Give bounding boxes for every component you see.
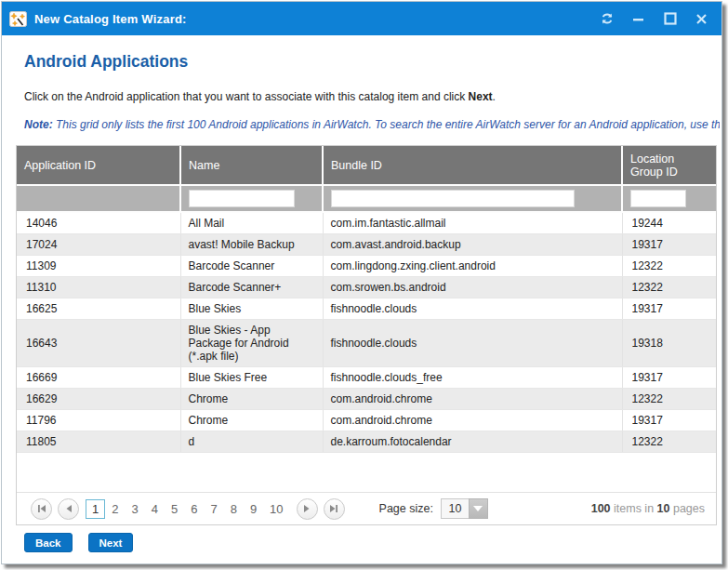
column-header-bundle-id[interactable]: Bundle ID — [323, 146, 622, 185]
page-number[interactable]: 5 — [165, 499, 184, 519]
instruction-next-word: Next — [469, 90, 493, 103]
previous-page-button[interactable] — [58, 498, 79, 520]
cell-name[interactable]: Blue Skies Free — [180, 367, 323, 389]
cell-location-group-id[interactable]: 19317 — [622, 410, 716, 431]
table-row[interactable]: 11796Chromecom.android.chrome19317 — [17, 410, 716, 431]
refresh-icon[interactable] — [600, 12, 614, 26]
cell-application-id[interactable]: 17024 — [17, 234, 180, 256]
filter-cell-bundle-id — [323, 185, 622, 212]
cell-location-group-id[interactable]: 12322 — [622, 389, 716, 410]
cell-name[interactable]: Barcode Scanner — [180, 256, 323, 277]
maximize-icon[interactable] — [663, 12, 677, 26]
page-number[interactable]: 9 — [244, 499, 263, 519]
cell-application-id[interactable]: 14046 — [17, 212, 180, 234]
table-row[interactable]: 16629Chromecom.android.chrome12322 — [17, 389, 716, 410]
cell-application-id[interactable]: 16625 — [17, 298, 180, 320]
note-body: This grid only lists the first 100 Andro… — [53, 118, 720, 131]
filter-row — [17, 185, 716, 212]
instruction-suffix: . — [493, 90, 496, 103]
cell-name[interactable]: Blue Skies - App Package for Android (*.… — [180, 320, 323, 367]
cell-bundle-id[interactable]: com.android.chrome — [323, 389, 622, 410]
applications-table: Application ID Name Bundle ID Location G… — [17, 146, 716, 453]
page-number[interactable]: 6 — [184, 499, 204, 519]
items-info: 100 items in 10 pages — [591, 502, 705, 515]
grid-body: 14046All Mailcom.im.fantastic.allmail192… — [17, 212, 716, 453]
cell-name[interactable]: All Mail — [180, 212, 323, 234]
table-row[interactable]: 11805dde.karroum.fotocalendar12322 — [17, 431, 716, 453]
instruction-text: Click on the Android application that yo… — [24, 90, 496, 103]
wizard-window: New Catalog Item Wizard: — [1, 1, 722, 564]
table-row[interactable]: 16643Blue Skies - App Package for Androi… — [17, 320, 716, 367]
cell-application-id[interactable]: 16629 — [17, 389, 180, 410]
pages-count: 10 — [657, 502, 670, 515]
cell-name[interactable]: Barcode Scanner+ — [180, 277, 323, 298]
cell-location-group-id[interactable]: 12322 — [622, 256, 716, 277]
page-size-group: Page size: 10 — [379, 498, 488, 519]
cell-bundle-id[interactable]: com.android.chrome — [323, 410, 622, 431]
cell-location-group-id[interactable]: 12322 — [622, 431, 716, 453]
cell-bundle-id[interactable]: de.karroum.fotocalendar — [323, 431, 622, 453]
pager: 12345678910 Page size: 10 100 — [17, 492, 716, 524]
cell-bundle-id[interactable]: com.im.fantastic.allmail — [323, 212, 622, 234]
last-page-button[interactable] — [324, 498, 345, 520]
cell-application-id[interactable]: 11796 — [17, 410, 180, 431]
cell-location-group-id[interactable]: 19317 — [622, 367, 716, 389]
column-header-location-group-id[interactable]: Location Group ID — [622, 146, 716, 185]
table-row[interactable]: 11309Barcode Scannercom.lingdong.zxing.c… — [17, 256, 716, 277]
cell-bundle-id[interactable]: fishnoodle.clouds — [323, 298, 622, 320]
page-number[interactable]: 3 — [125, 499, 144, 519]
name-filter-input[interactable] — [189, 190, 295, 207]
cell-location-group-id[interactable]: 19244 — [622, 212, 716, 234]
page-number[interactable]: 7 — [204, 499, 223, 519]
page-number[interactable]: 4 — [145, 499, 165, 519]
close-icon[interactable] — [695, 12, 708, 26]
table-row[interactable]: 16669Blue Skies Freefishnoodle.clouds_fr… — [17, 367, 716, 389]
column-header-application-id[interactable]: Application ID — [17, 146, 180, 185]
page-number[interactable]: 1 — [86, 499, 105, 519]
table-row[interactable]: 14046All Mailcom.im.fantastic.allmail192… — [17, 212, 716, 234]
cell-bundle-id[interactable]: fishnoodle.clouds — [323, 320, 622, 367]
cell-name[interactable]: Chrome — [180, 410, 323, 431]
cell-location-group-id[interactable]: 19318 — [622, 320, 716, 367]
footer-buttons: Back Next — [24, 533, 133, 552]
cell-name[interactable]: Blue Skies — [180, 298, 323, 320]
page-size-dropdown-arrow[interactable] — [469, 498, 488, 519]
pager-pages: 12345678910 — [86, 499, 290, 519]
location-group-filter-input[interactable] — [630, 190, 686, 207]
wizard-app-icon — [9, 11, 27, 27]
cell-name[interactable]: avast! Mobile Backup — [180, 234, 323, 256]
cell-bundle-id[interactable]: com.srowen.bs.android — [323, 277, 622, 298]
cell-location-group-id[interactable]: 19317 — [622, 234, 716, 256]
minimize-icon[interactable] — [631, 12, 645, 26]
items-count: 100 — [591, 502, 611, 515]
page-size-dropdown[interactable]: 10 — [441, 498, 488, 519]
bundle-id-filter-input[interactable] — [331, 190, 575, 207]
cell-application-id[interactable]: 11309 — [17, 256, 180, 277]
column-header-name[interactable]: Name — [180, 146, 323, 185]
table-row[interactable]: 11310Barcode Scanner+com.srowen.bs.andro… — [17, 277, 716, 298]
page-number[interactable]: 2 — [105, 499, 125, 519]
cell-location-group-id[interactable]: 12322 — [622, 277, 716, 298]
pages-text: pages — [669, 502, 705, 515]
filter-cell-application-id — [17, 185, 180, 212]
cell-bundle-id[interactable]: com.avast.android.backup — [323, 234, 622, 256]
cell-application-id[interactable]: 11310 — [17, 277, 180, 298]
cell-application-id[interactable]: 16643 — [17, 320, 180, 367]
page-number[interactable]: 10 — [263, 499, 289, 519]
table-row[interactable]: 16625Blue Skiesfishnoodle.clouds19317 — [17, 298, 716, 320]
cell-name[interactable]: Chrome — [180, 389, 323, 410]
next-page-button[interactable] — [297, 498, 318, 520]
cell-bundle-id[interactable]: fishnoodle.clouds_free — [323, 367, 622, 389]
cell-name[interactable]: d — [180, 431, 323, 453]
wizard-content: Android Applications Click on the Androi… — [2, 35, 721, 563]
cell-application-id[interactable]: 11805 — [17, 431, 180, 453]
cell-location-group-id[interactable]: 19317 — [622, 298, 716, 320]
first-page-button[interactable] — [31, 498, 52, 520]
next-button[interactable]: Next — [88, 533, 134, 552]
table-row[interactable]: 17024avast! Mobile Backupcom.avast.andro… — [17, 234, 716, 256]
cell-application-id[interactable]: 16669 — [17, 367, 180, 389]
page-number[interactable]: 8 — [224, 499, 244, 519]
note-text: Note: This grid only lists the first 100… — [24, 118, 720, 131]
back-button[interactable]: Back — [24, 533, 73, 552]
cell-bundle-id[interactable]: com.lingdong.zxing.client.android — [323, 256, 622, 277]
